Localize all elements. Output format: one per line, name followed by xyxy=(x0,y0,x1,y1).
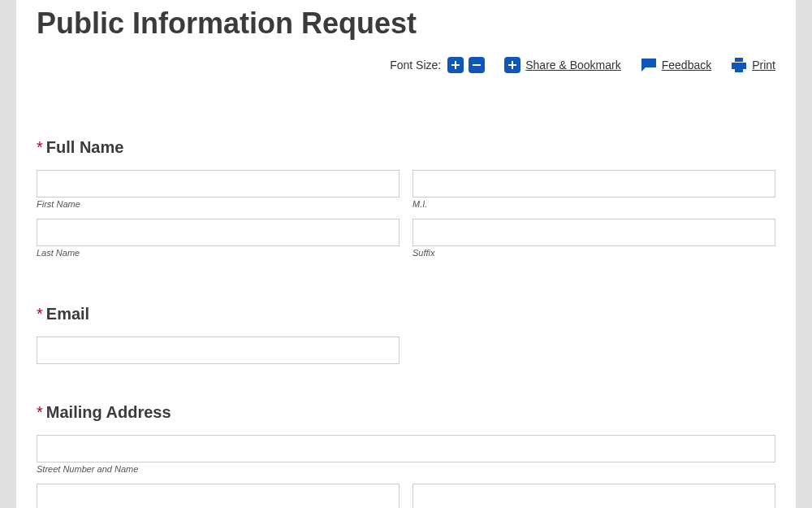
heading-fullname-text: Full Name xyxy=(46,138,124,156)
print-label: Print xyxy=(752,59,775,72)
mi-input[interactable] xyxy=(412,170,775,198)
field-firstname: First Name xyxy=(37,170,400,217)
suffix-input[interactable] xyxy=(412,219,775,246)
lastname-input[interactable] xyxy=(37,219,400,246)
row-email xyxy=(37,336,775,364)
field-suffix: Suffix xyxy=(412,219,775,266)
field-street: Street Number and Name xyxy=(37,435,775,482)
minus-icon xyxy=(472,60,482,70)
row-name-1: First Name M.I. xyxy=(37,170,775,217)
heading-address: *Mailing Address xyxy=(37,403,775,422)
row-name-2: Last Name Suffix xyxy=(37,219,775,266)
field-address-a xyxy=(37,484,400,508)
heading-address-text: Mailing Address xyxy=(46,403,171,421)
required-mark: * xyxy=(37,138,43,156)
fontsize-decrease-button[interactable] xyxy=(469,57,485,73)
svg-rect-3 xyxy=(735,67,743,72)
mi-label: M.I. xyxy=(412,199,775,209)
feedback-label: Feedback xyxy=(662,59,711,72)
plus-icon xyxy=(451,60,460,70)
field-email xyxy=(37,336,400,364)
print-icon xyxy=(731,58,747,72)
field-lastname: Last Name xyxy=(37,219,400,266)
plus-icon xyxy=(508,60,517,70)
field-address-b xyxy=(412,484,775,508)
lastname-label: Last Name xyxy=(37,248,400,258)
field-mi: M.I. xyxy=(412,170,775,217)
address-a-input[interactable] xyxy=(37,484,400,508)
svg-rect-0 xyxy=(473,64,481,66)
firstname-label: First Name xyxy=(37,199,400,209)
firstname-input[interactable] xyxy=(37,170,400,198)
print-button[interactable]: Print xyxy=(731,58,775,72)
share-bookmark-label: Share & Bookmark xyxy=(525,59,621,72)
page-title: Public Information Request xyxy=(37,0,775,41)
row-address-1: Street Number and Name xyxy=(37,435,775,482)
fontsize-increase-button[interactable] xyxy=(447,57,464,73)
feedback-icon xyxy=(641,58,657,72)
required-mark: * xyxy=(37,305,43,323)
row-address-2 xyxy=(37,484,775,508)
heading-email-text: Email xyxy=(46,305,89,323)
page-container: Public Information Request Font Size: Sh… xyxy=(16,0,796,508)
share-bookmark-button[interactable]: Share & Bookmark xyxy=(504,57,621,73)
section-fullname: *Full Name First Name M.I. Last Name xyxy=(37,138,775,266)
required-mark: * xyxy=(37,403,43,421)
section-email: *Email xyxy=(37,305,775,364)
feedback-button[interactable]: Feedback xyxy=(641,58,711,72)
heading-fullname: *Full Name xyxy=(37,138,775,157)
fontsize-label: Font Size: xyxy=(390,59,441,72)
suffix-label: Suffix xyxy=(412,248,775,258)
share-icon-box xyxy=(504,57,520,73)
address-b-input[interactable] xyxy=(412,484,775,508)
section-address: *Mailing Address Street Number and Name xyxy=(37,403,775,508)
form-area: *Full Name First Name M.I. Last Name xyxy=(37,138,775,508)
page-tools: Font Size: Share & Bookmark Feedback Pri… xyxy=(37,57,775,73)
street-input[interactable] xyxy=(37,435,775,462)
heading-email: *Email xyxy=(37,305,775,323)
svg-rect-1 xyxy=(735,58,743,62)
street-label: Street Number and Name xyxy=(37,464,775,474)
email-input[interactable] xyxy=(37,336,400,364)
